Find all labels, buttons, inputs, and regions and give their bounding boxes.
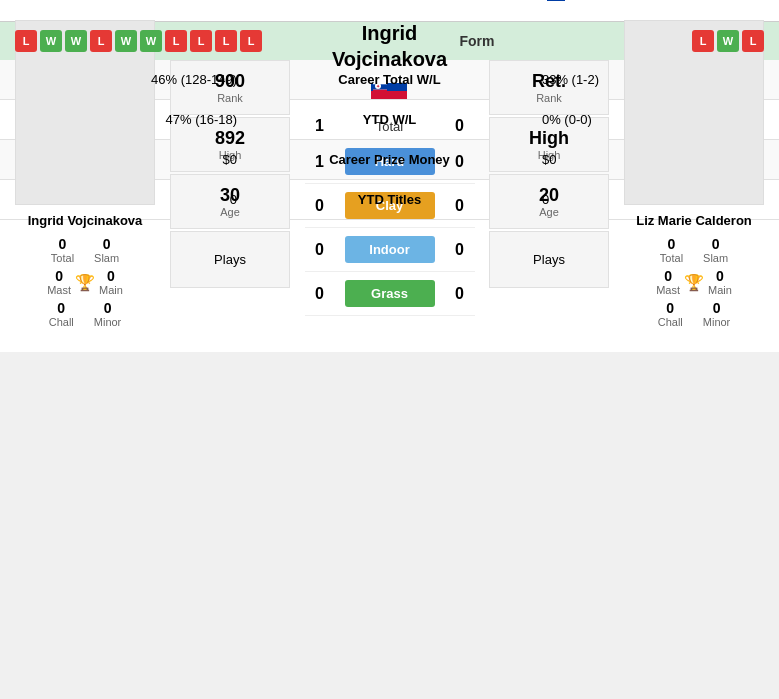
- form-badge-p1: W: [40, 30, 62, 52]
- player1-minor: 0 Minor: [94, 300, 122, 328]
- grass-p2-score: 0: [445, 285, 475, 303]
- player2-header: Liz Marie Calderon ★ ★: [490, 0, 640, 1]
- player1-mast: 0 Mast: [47, 268, 71, 296]
- form-label: Form: [460, 33, 495, 49]
- player2-main: 0 Main: [708, 268, 732, 296]
- p2-plays-label: Plays: [533, 252, 565, 267]
- player2-total-value: 0: [660, 236, 683, 252]
- player1-mast-value: 0: [47, 268, 71, 284]
- players-section: Ingrid Vojcinakova 0 Total 0 Slam 0 Mast…: [0, 0, 779, 352]
- p1-age-label: Age: [176, 206, 284, 218]
- p1-plays-label: Plays: [214, 252, 246, 267]
- p2-rank-box: Ret. Rank: [489, 60, 609, 115]
- clay-p1-score: 0: [305, 197, 335, 215]
- player1-total-value: 0: [51, 236, 74, 252]
- grass-badge: Grass: [345, 280, 435, 307]
- court-section: Ingrid Vojcinakova: [290, 10, 489, 342]
- player2-minor-value: 0: [703, 300, 731, 316]
- p1-high-value: 892: [176, 128, 284, 149]
- player1-name: Ingrid Vojcinakova: [28, 213, 143, 228]
- p2-high-value: High: [495, 128, 603, 149]
- player2-chall-label: Chall: [658, 316, 683, 328]
- p2-plays-box: Plays: [489, 231, 609, 288]
- player2-name: Liz Marie Calderon: [636, 213, 752, 228]
- player1-slam-value: 0: [94, 236, 119, 252]
- svg-rect-11: [547, 0, 565, 1]
- form-badge-p1: L: [165, 30, 187, 52]
- trophy-icon-p2: 🏆: [684, 273, 704, 292]
- form-badge-p1: W: [140, 30, 162, 52]
- player2-chall: 0 Chall: [658, 300, 683, 328]
- player2-main-label: Main: [708, 284, 732, 296]
- svg-rect-6: [373, 90, 387, 95]
- player1-main: 0 Main: [99, 268, 123, 296]
- player2-flag-icon: ★ ★: [547, 0, 583, 1]
- form-badge-p1: L: [90, 30, 112, 52]
- form-badge-p1: L: [15, 30, 37, 52]
- p1-plays-box: Plays: [170, 231, 290, 288]
- player1-title: Ingrid Vojcinakova: [332, 20, 447, 72]
- indoor-row: 0 Indoor 0: [305, 228, 475, 272]
- player2-total-slam: 0 Total 0 Slam: [660, 236, 728, 264]
- player1-slam-label: Slam: [94, 252, 119, 264]
- player1-main-label: Main: [99, 284, 123, 296]
- form-badge-p1: W: [65, 30, 87, 52]
- svg-rect-12: [565, 0, 583, 1]
- player2-form-badges: LWL: [692, 30, 764, 52]
- total-p2-score: 0: [445, 117, 475, 135]
- player2-minor-label: Minor: [703, 316, 731, 328]
- player2-mast: 0 Mast: [656, 268, 680, 296]
- p1-rank-box: 900 Rank: [170, 60, 290, 115]
- player2-card: Liz Marie Calderon 0 Total 0 Slam 0 Mast…: [609, 10, 779, 342]
- player2-minor: 0 Minor: [703, 300, 731, 328]
- indoor-badge: Indoor: [345, 236, 435, 263]
- player1-form-badges: LWWLWWLLLL: [15, 30, 262, 52]
- player2-mast-main: 0 Mast 🏆 0 Main: [656, 268, 732, 296]
- p1-title-line1: Ingrid: [362, 22, 418, 44]
- player1-total-label: Total: [51, 252, 74, 264]
- player1-chall: 0 Chall: [49, 300, 74, 328]
- player2-main-value: 0: [708, 268, 732, 284]
- player1-slam: 0 Slam: [94, 236, 119, 264]
- form-badge-p1: L: [215, 30, 237, 52]
- main-container: Ingrid Vojcinakova 0 Total 0 Slam 0 Mast…: [0, 0, 779, 220]
- player1-total: 0 Total: [51, 236, 74, 264]
- player2-mast-value: 0: [656, 268, 680, 284]
- player2-total-label: Total: [660, 252, 683, 264]
- form-badge-p1: L: [240, 30, 262, 52]
- player2-total: 0 Total: [660, 236, 683, 264]
- player2-slam-label: Slam: [703, 252, 728, 264]
- player2-slam: 0 Slam: [703, 236, 728, 264]
- player2-flag-container: ★ ★: [490, 0, 640, 1]
- player2-chall-minor: 0 Chall 0 Minor: [658, 300, 731, 328]
- player1-minor-label: Minor: [94, 316, 122, 328]
- player1-chall-minor: 0 Chall 0 Minor: [49, 300, 122, 328]
- grass-row: 0 Grass 0: [305, 272, 475, 316]
- form-badge-p2: L: [692, 30, 714, 52]
- player2-mast-label: Mast: [656, 284, 680, 296]
- player1-mast-main: 0 Mast 🏆 0 Main: [47, 268, 123, 296]
- player1-minor-value: 0: [94, 300, 122, 316]
- form-badge-p1: L: [190, 30, 212, 52]
- form-badge-p1: W: [115, 30, 137, 52]
- p1-title-line2: Vojcinakova: [332, 48, 447, 70]
- player1-total-slam: 0 Total 0 Slam: [51, 236, 119, 264]
- grass-p1-score: 0: [305, 285, 335, 303]
- player1-mast-label: Mast: [47, 284, 71, 296]
- p1-rank-label: Rank: [176, 92, 284, 104]
- indoor-p2-score: 0: [445, 241, 475, 259]
- player1-card: Ingrid Vojcinakova 0 Total 0 Slam 0 Mast…: [0, 10, 170, 342]
- player2-chall-value: 0: [658, 300, 683, 316]
- trophy-icon-p1: 🏆: [75, 273, 95, 292]
- form-badge-p2: L: [742, 30, 764, 52]
- clay-p2-score: 0: [445, 197, 475, 215]
- indoor-p1-score: 0: [305, 241, 335, 259]
- player1-chall-value: 0: [49, 300, 74, 316]
- player1-chall-label: Chall: [49, 316, 74, 328]
- p2-rank-label: Rank: [495, 92, 603, 104]
- p2-age-label: Age: [495, 206, 603, 218]
- player2-slam-value: 0: [703, 236, 728, 252]
- player1-main-value: 0: [99, 268, 123, 284]
- total-p1-score: 1: [305, 117, 335, 135]
- form-badge-p2: W: [717, 30, 739, 52]
